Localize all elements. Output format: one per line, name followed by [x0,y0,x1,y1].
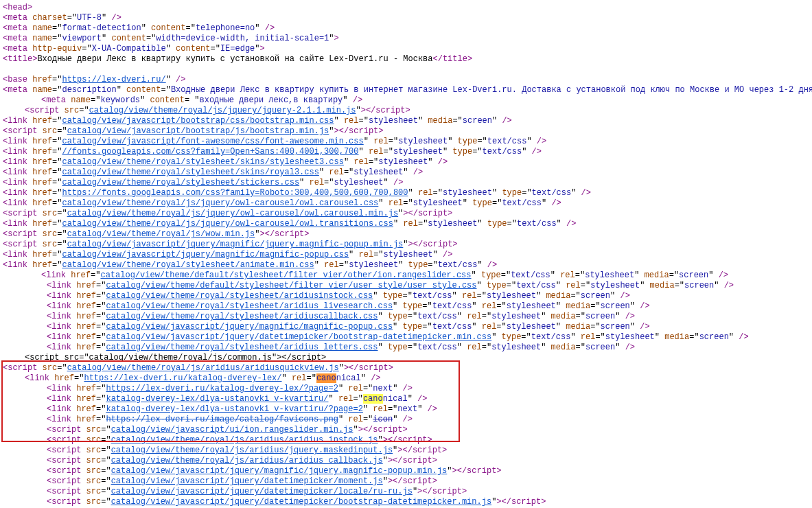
html-source-view: <head><meta charset="UTF-8" /><meta name… [3,3,809,507]
